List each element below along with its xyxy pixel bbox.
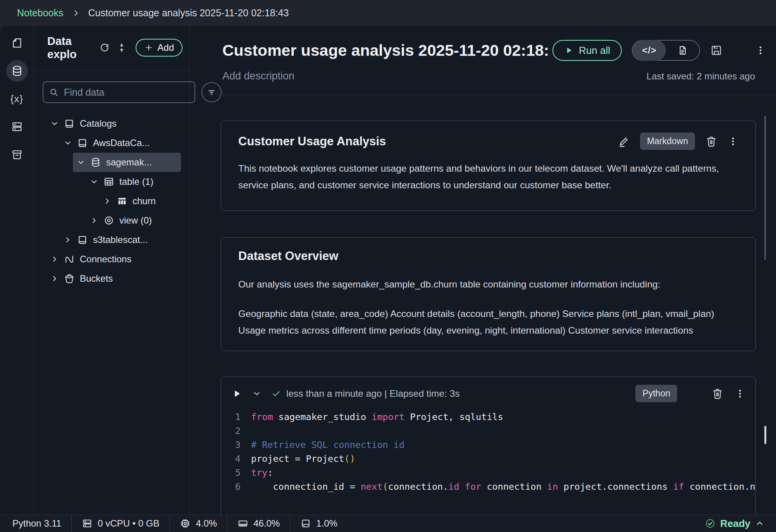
pencil-icon	[618, 135, 630, 148]
tree-item-churn[interactable]: churn	[99, 191, 181, 211]
run-cell-button[interactable]	[231, 388, 242, 399]
cpu-chip-icon	[180, 518, 191, 529]
notebook-files-icon[interactable]	[6, 32, 28, 54]
run-all-label: Run all	[579, 45, 610, 57]
cell-collapse-button[interactable]	[252, 389, 262, 398]
delete-cell-button[interactable]	[711, 387, 724, 400]
edit-cell-button[interactable]	[618, 135, 630, 148]
compute-status[interactable]: 0 vCPU • 0 GB	[72, 515, 169, 532]
add-description[interactable]: Add description	[222, 70, 294, 82]
ai-assistant-button[interactable]	[733, 44, 745, 57]
disk-usage-value: 1.0%	[316, 518, 337, 529]
tree-chevron-icon[interactable]	[103, 197, 112, 205]
variables-icon[interactable]: {x}	[6, 88, 28, 110]
catalog-icon	[77, 234, 88, 245]
code-editor[interactable]: 1from sagemaker_studio import Project, s…	[221, 410, 755, 494]
execution-status-text: less than a minute ago | Elapsed time: 3…	[286, 388, 460, 399]
tree-item-table-1[interactable]: table (1)	[86, 172, 181, 191]
notebook-menu-button[interactable]	[755, 45, 766, 56]
collapse-all-icon[interactable]	[116, 42, 127, 53]
kernel-status[interactable]: Python 3.11	[0, 515, 71, 532]
code-line[interactable]: 2	[221, 424, 755, 438]
code-view-toggle[interactable]: </>	[633, 40, 666, 61]
add-data-button[interactable]: Add	[136, 39, 182, 57]
disk-usage[interactable]: 1.0%	[290, 515, 348, 532]
data-explorer-body: CatalogsAwsDataCa...sagemak...table (1)c…	[34, 71, 189, 288]
play-icon	[231, 388, 242, 399]
tree-chevron-icon[interactable]	[64, 139, 72, 147]
tree-item-label: table (1)	[119, 176, 153, 187]
tree-item-connections[interactable]: Connections	[46, 250, 181, 269]
tree-chevron-icon[interactable]	[64, 236, 72, 244]
bucket-icon	[64, 273, 75, 284]
document-view-toggle[interactable]	[666, 40, 699, 61]
tree-item-s3tablescat[interactable]: s3tablescat...	[60, 230, 181, 250]
database-icon	[90, 157, 101, 168]
code-scrollbar-thumb[interactable]	[764, 426, 766, 444]
search-input[interactable]	[64, 87, 189, 98]
cell-language-badge[interactable]: Python	[635, 385, 677, 402]
tree-item-buckets[interactable]: Buckets	[46, 269, 181, 288]
find-data-search[interactable]	[43, 81, 195, 103]
layout-panels-icon[interactable]	[6, 116, 28, 138]
header-divider	[190, 95, 776, 95]
panel-title: Data explo	[47, 34, 93, 61]
tree-item-awsdataca[interactable]: AwsDataCa...	[60, 133, 181, 153]
tree-item-catalogs[interactable]: Catalogs	[46, 114, 181, 133]
ready-label: Ready	[720, 518, 750, 530]
trash-icon	[705, 135, 717, 148]
save-button[interactable]	[710, 44, 723, 57]
breadcrumb-current-page: Customer usage analysis 2025-11-20 02:18…	[88, 7, 289, 19]
cell-type-badge[interactable]: Markdown	[640, 133, 695, 150]
tree-chevron-icon[interactable]	[50, 274, 59, 283]
notebook-scrollbar[interactable]	[764, 116, 766, 260]
markdown-cell-1[interactable]: Customer Usage Analysis Markdown This no…	[221, 121, 756, 211]
code-line[interactable]: 3# Retrieve SQL connection id	[221, 438, 755, 452]
tree-chevron-icon[interactable]	[50, 119, 59, 128]
archive-icon[interactable]	[6, 144, 28, 165]
notebook-cells: Customer Usage Analysis Markdown This no…	[190, 121, 776, 524]
kernel-ready-status[interactable]: Ready	[705, 518, 776, 530]
tree-chevron-icon[interactable]	[50, 255, 59, 263]
play-icon	[564, 46, 573, 55]
tree-item-label: view (0)	[119, 215, 152, 226]
cell-heading: Customer Usage Analysis	[238, 134, 386, 148]
ai-assistant-button[interactable]	[688, 387, 700, 400]
breadcrumb-notebooks-link[interactable]: Notebooks	[17, 7, 64, 19]
code-line[interactable]: 5try:	[221, 466, 755, 480]
code-line[interactable]: 6 connection_id = next(connection.id for…	[221, 480, 755, 494]
tree-item-sagemak[interactable]: sagemak...	[73, 153, 181, 172]
memory-usage[interactable]: 46.0%	[227, 515, 290, 532]
tree-chevron-icon[interactable]	[77, 158, 85, 167]
delete-cell-button[interactable]	[705, 135, 717, 148]
code-line[interactable]: 1from sagemaker_studio import Project, s…	[221, 410, 755, 424]
sparkle-icon	[733, 44, 745, 57]
tree-item-view-0[interactable]: view (0)	[86, 211, 181, 230]
cpu-usage[interactable]: 4.0%	[170, 515, 227, 532]
line-number: 3	[221, 438, 241, 452]
document-icon	[677, 45, 688, 56]
data-explorer-panel: Data explo Add CatalogsAwsDataCa...sagem…	[34, 26, 190, 532]
server-icon	[82, 518, 93, 529]
breadcrumb-separator-icon	[71, 9, 81, 18]
tree-item-label: Connections	[80, 254, 131, 265]
tree-item-label: Buckets	[80, 273, 113, 284]
data-explorer-header: Data explo Add	[34, 26, 189, 71]
success-check-icon	[272, 389, 281, 398]
kernel-label: Python 3.11	[12, 518, 61, 529]
kebab-icon	[728, 136, 738, 147]
cell-menu-button[interactable]	[728, 136, 738, 147]
tree-chevron-icon[interactable]	[90, 177, 98, 186]
cpu-usage-value: 4.0%	[196, 518, 217, 529]
line-number: 4	[221, 452, 241, 466]
code-line[interactable]: 4project = Project()	[221, 452, 755, 466]
code-cell-1[interactable]: less than a minute ago | Elapsed time: 3…	[221, 377, 756, 524]
markdown-cell-2[interactable]: Dataset Overview Our analysis uses the s…	[221, 237, 756, 351]
status-bar: Python 3.11 0 vCPU • 0 GB 4.0% 46.0% 1.0…	[0, 515, 776, 532]
cell-menu-button[interactable]	[735, 388, 745, 399]
data-explorer-icon[interactable]	[6, 60, 28, 82]
table-icon	[103, 176, 114, 187]
refresh-icon[interactable]	[99, 42, 110, 53]
run-all-button[interactable]: Run all	[552, 40, 622, 61]
tree-chevron-icon[interactable]	[90, 216, 98, 225]
